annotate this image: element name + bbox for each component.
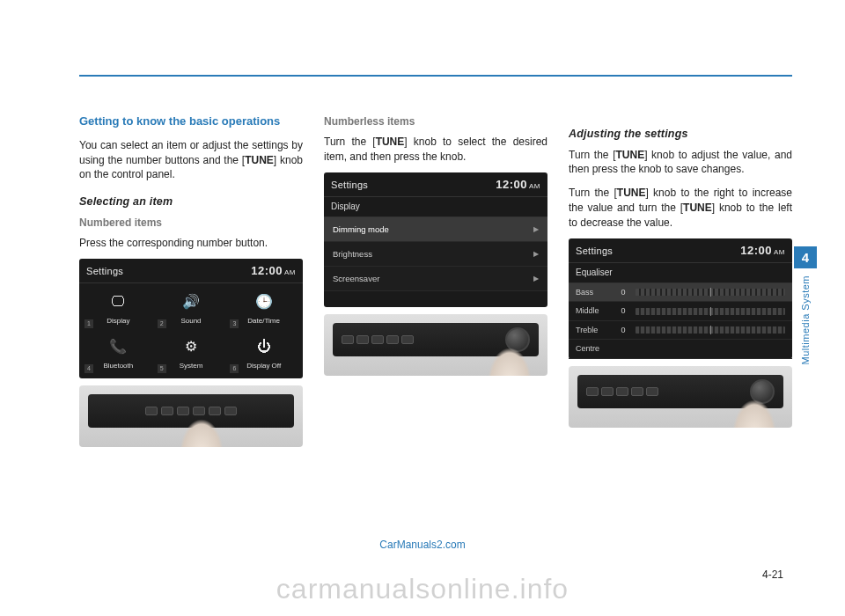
console-button <box>586 387 599 396</box>
console-button <box>145 407 158 415</box>
tune-bold: TUNE <box>615 149 644 161</box>
grid-cell-display: 1 🖵 Display <box>83 287 154 330</box>
time-ampm: AM <box>284 268 296 276</box>
column-2: Numberless items Turn the [TUNE] knob to… <box>324 114 547 447</box>
power-icon: ⏻ <box>230 337 298 356</box>
header-rule <box>79 75 792 77</box>
console-button <box>631 387 643 396</box>
screen-time: 12:00AM <box>251 263 296 279</box>
grid-cell-datetime: 3 🕒 Date/Time <box>228 287 299 330</box>
sound-icon: 🔊 <box>158 292 225 312</box>
screen-subheader: Display <box>324 197 547 217</box>
list-item-brightness: Brightness ▶ <box>324 242 547 267</box>
eq-value: 0 <box>618 287 628 298</box>
cell-num: 1 <box>84 319 93 328</box>
tune-bold: TUNE <box>245 154 274 166</box>
eq-bar <box>636 289 785 296</box>
grid-cell-system: 5 ⚙ System <box>156 332 227 375</box>
cell-label: Date/Time <box>247 317 280 325</box>
hand-icon <box>180 419 224 447</box>
page-number: 4-21 <box>762 568 783 581</box>
text-a: Turn the [ <box>569 187 617 199</box>
text-a: Turn the [ <box>569 149 615 161</box>
console-button <box>209 407 221 415</box>
console-button <box>401 335 414 344</box>
console-button <box>386 335 399 344</box>
console-button <box>356 335 369 344</box>
chapter-tab: 4 Multimedia System <box>794 246 817 368</box>
cell-num: 3 <box>230 319 239 328</box>
eq-row-centre: Centre <box>569 340 792 359</box>
eq-label: Bass <box>576 287 611 298</box>
item-label: Screensaver <box>333 273 379 284</box>
screen-time: 12:00AM <box>496 177 540 193</box>
console-button <box>193 407 205 415</box>
list-item-dimming: Dimming mode ▶ <box>324 217 547 242</box>
cell-label: System <box>180 362 203 370</box>
cell-label: Display <box>107 317 129 325</box>
console-button <box>646 387 658 396</box>
grid-cell-bluetooth: 4 📞 Bluetooth <box>83 332 154 375</box>
cell-num: 2 <box>158 319 166 328</box>
para-adjust: Turn the [TUNE] knob to adjust the value… <box>569 148 792 178</box>
eq-bar <box>636 326 785 334</box>
screen-title: Settings <box>331 179 368 192</box>
screen-title: Settings <box>86 265 123 278</box>
eq-row-middle: Middle 0 <box>569 302 792 321</box>
eq-row-treble: Treble 0 <box>569 321 792 341</box>
console-button <box>601 387 614 396</box>
clock-icon: 🕒 <box>230 292 298 312</box>
eq-row-bass: Bass 0 <box>569 283 792 303</box>
console-button <box>161 407 173 415</box>
bluetooth-icon: 📞 <box>84 337 152 356</box>
chevron-right-icon: ▶ <box>533 224 539 234</box>
para-press-number: Press the corresponding number button. <box>79 236 303 251</box>
item-label: Dimming mode <box>333 224 389 235</box>
chapter-number: 4 <box>794 246 817 268</box>
settings-grid-screenshot: Settings 12:00AM 1 🖵 Display 2 🔊 Sound <box>79 259 303 378</box>
time-value: 12:00 <box>740 244 772 257</box>
cell-label: Sound <box>180 317 201 325</box>
equaliser-screenshot: Settings 12:00AM Equaliser Bass 0 Middle… <box>569 238 792 359</box>
console-button <box>177 407 189 415</box>
list-item-screensaver: Screensaver ▶ <box>324 267 547 291</box>
grid-cell-display-off: 6 ⏻ Display Off <box>228 332 299 375</box>
tune-bold: TUNE <box>683 202 712 214</box>
screen-time: 12:00AM <box>740 243 785 259</box>
display-list-screenshot: Settings 12:00AM Display Dimming mode ▶ … <box>324 172 547 307</box>
cell-num: 5 <box>158 364 166 373</box>
eq-bar <box>636 308 785 315</box>
eq-value: 0 <box>618 325 628 336</box>
column-3: Adjusting the settings Turn the [TUNE] k… <box>569 114 792 447</box>
time-ampm: AM <box>529 182 540 190</box>
tune-bold: TUNE <box>617 187 646 199</box>
gear-icon: ⚙ <box>158 337 225 356</box>
eq-label: Centre <box>576 343 611 355</box>
cell-num: 6 <box>230 364 239 373</box>
watermark-link: CarManuals2.com <box>379 539 465 551</box>
text-a: Turn the [ <box>324 136 376 148</box>
tune-bold: TUNE <box>376 136 405 148</box>
para-direction: Turn the [TUNE] knob to the right to inc… <box>569 186 792 230</box>
chevron-right-icon: ▶ <box>533 274 539 283</box>
time-value: 12:00 <box>496 178 527 191</box>
time-ampm: AM <box>774 248 785 256</box>
chapter-label: Multimedia System <box>800 275 811 364</box>
panel-photo-knob <box>324 314 547 376</box>
eq-label: Middle <box>576 305 611 317</box>
panel-photo-knob <box>569 366 792 428</box>
eq-label: Treble <box>576 325 611 336</box>
column-1: Getting to know the basic operations You… <box>79 114 303 447</box>
subheading-numbered: Numbered items <box>79 216 303 231</box>
cell-label: Bluetooth <box>103 362 133 370</box>
display-icon: 🖵 <box>84 292 152 312</box>
cell-num: 4 <box>84 364 93 373</box>
item-label: Brightness <box>333 248 372 260</box>
subheading-adjusting: Adjusting the settings <box>569 127 792 143</box>
cell-label: Display Off <box>246 362 281 370</box>
section-title: Getting to know the basic operations <box>79 114 303 129</box>
panel-photo-buttons <box>79 385 303 447</box>
chevron-right-icon: ▶ <box>533 249 539 259</box>
subheading-selecting: Selecting an item <box>79 194 303 210</box>
intro-paragraph: You can select an item or adjust the set… <box>79 138 303 182</box>
